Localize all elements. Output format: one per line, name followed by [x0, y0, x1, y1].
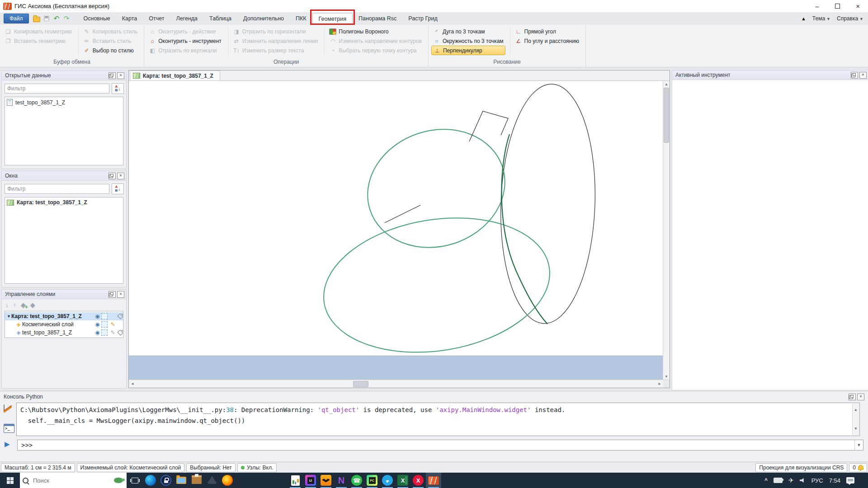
close-button[interactable]: × — [848, 0, 868, 12]
map-canvas[interactable] — [129, 81, 663, 356]
collapse-ribbon-icon[interactable]: ▲ — [801, 16, 806, 21]
console-run-icon[interactable]: ▶ — [5, 440, 10, 448]
scroll-up-icon[interactable]: ▲ — [855, 404, 857, 415]
layers-icon[interactable]: ◈ — [30, 301, 35, 309]
scale-indicator[interactable]: Масштаб: 1 см = 2 315.4 м — [1, 463, 75, 472]
start-button[interactable] — [0, 473, 20, 488]
selection-indicator[interactable]: Выбранный: Нет — [186, 463, 236, 472]
sort-alphabetical-icon[interactable]: AB↓ — [112, 183, 124, 194]
tab-otchet[interactable]: Отчет — [143, 13, 170, 24]
close-panel-icon[interactable]: × — [117, 173, 124, 179]
selectable-checkbox[interactable] — [101, 321, 108, 328]
sort-alphabetical-icon[interactable]: AB↓ — [112, 83, 124, 94]
notification-center-icon[interactable] — [846, 477, 854, 483]
close-panel-icon[interactable]: × — [857, 394, 864, 400]
ribbon-item-angle-distance[interactable]: ∠ По углу и расстоянию — [513, 36, 581, 46]
open-folder-icon[interactable] — [33, 15, 41, 23]
close-panel-icon[interactable]: × — [117, 72, 124, 79]
layer-row-cosmetic[interactable]: ◈ Косметический слой ◉ ✎ — [5, 320, 123, 328]
scroll-left-icon[interactable]: ◄ — [129, 380, 136, 388]
taskbar-app-telegram[interactable]: ▸ — [380, 473, 395, 488]
airplane-mode-icon[interactable]: ✈ — [788, 477, 794, 484]
ribbon-item-circle-3-points[interactable]: ○ Окружность по 3 точкам — [431, 36, 505, 46]
clear-log-icon[interactable] — [4, 404, 5, 412]
layer-tree-root-row[interactable]: ▼ Карта: test_topo_3857_1_Z ◉ — [5, 312, 123, 320]
tab-panorama-rsc[interactable]: Панорама Rsc — [353, 13, 402, 24]
scroll-down-icon[interactable]: ▼ — [855, 423, 857, 434]
tab-tablica[interactable]: Таблица — [203, 13, 237, 24]
console-scrollbar[interactable]: ▲ ▼ — [852, 404, 859, 435]
taskbar-app-bat[interactable] — [318, 473, 334, 488]
tab-legenda[interactable]: Легенда — [170, 13, 204, 24]
help-menu[interactable]: Справка▼ — [837, 15, 863, 22]
taskbar-app-redx[interactable]: X — [410, 473, 426, 488]
volume-icon[interactable] — [800, 478, 806, 483]
taskbar-search-box[interactable] — [20, 473, 127, 488]
vertical-scrollbar[interactable]: ▲ ▼ — [663, 81, 670, 380]
taskbar-app-excel[interactable]: X — [395, 473, 410, 488]
layer-row-topo[interactable]: ◈ test_topo_3857_1_Z ◉ ✎ — [5, 328, 123, 337]
ribbon-item-outline-tool[interactable]: ⌂ Оконтурить - инструмент — [147, 36, 223, 46]
file-menu-button[interactable]: Файл — [4, 14, 29, 23]
scroll-down-icon[interactable]: ▼ — [663, 373, 670, 380]
minimize-button[interactable]: – — [807, 0, 827, 12]
float-panel-icon[interactable] — [851, 72, 858, 79]
taskbar-app-axioma[interactable] — [426, 473, 441, 488]
visibility-eye-icon[interactable]: ◉ — [94, 321, 101, 328]
tab-geometriya[interactable]: Геометрия — [312, 13, 353, 24]
undo-icon[interactable]: ↶ — [53, 15, 61, 23]
close-panel-icon[interactable]: × — [117, 291, 124, 298]
scrollbar-thumb[interactable] — [664, 88, 669, 143]
taskbar-app-intellij[interactable]: IJ — [303, 473, 318, 488]
tab-karta[interactable]: Карта — [116, 13, 143, 24]
scroll-up-icon[interactable]: ▲ — [663, 81, 670, 87]
battery-icon[interactable] — [774, 478, 783, 483]
taskbar-app-authenticator[interactable] — [158, 473, 174, 488]
tab-pkk[interactable]: ПКК — [290, 13, 312, 24]
taskbar-app-chart-doc[interactable] — [288, 473, 303, 488]
console-output[interactable]: C:\Rubtsov\Python\AxiomaPlugins\LoggerMw… — [16, 403, 860, 436]
theme-menu[interactable]: Тема▼ — [812, 15, 830, 22]
save-icon[interactable] — [43, 15, 51, 23]
float-panel-icon[interactable] — [849, 394, 856, 400]
ribbon-item-perpendicular[interactable]: ⊥ Перпендикуляр — [431, 46, 505, 55]
tab-osnovnye[interactable]: Основные — [78, 13, 116, 24]
float-panel-icon[interactable] — [108, 291, 116, 298]
float-panel-icon[interactable] — [108, 173, 116, 179]
console-input[interactable] — [33, 440, 854, 450]
nodes-indicator[interactable]: Узлы: Вкл. — [237, 463, 277, 472]
tab-rastr-grid[interactable]: Растр Грид — [402, 13, 443, 24]
selectable-checkbox[interactable] — [101, 313, 108, 319]
list-item[interactable]: Карта: test_topo_3857_1_Z — [5, 197, 123, 207]
visibility-eye-icon[interactable]: ◉ — [94, 313, 101, 319]
tag-icon[interactable] — [117, 314, 123, 319]
tray-chevron-up-icon[interactable]: ^ — [764, 477, 768, 483]
tab-dopolnitelno[interactable]: Дополнительно — [237, 13, 290, 24]
editable-layer-indicator[interactable]: Изменяемый слой: Косметический слой — [77, 463, 185, 472]
scrollbar-thumb[interactable] — [353, 381, 368, 387]
float-panel-icon[interactable] — [108, 72, 116, 79]
taskbar-app-pycharm[interactable]: PC — [364, 473, 380, 488]
taskbar-app-explorer[interactable] — [174, 473, 189, 488]
taskbar-app-edge[interactable] — [143, 473, 158, 488]
redo-icon[interactable]: ↷ — [63, 15, 71, 23]
notification-counter[interactable]: 0 — [849, 463, 867, 472]
ribbon-item-select-by-style[interactable]: ✐ Выбор по стилю — [81, 46, 139, 55]
search-input[interactable] — [32, 477, 110, 484]
projection-button[interactable]: Проекция для визуализации CRS — [755, 463, 847, 472]
ribbon-item-voronoi-polygons[interactable]: Полигоны Вороного — [327, 27, 424, 36]
horizontal-scrollbar[interactable]: ◄ ► — [129, 380, 670, 388]
clock[interactable]: 7:54 — [829, 477, 840, 484]
move-layer-up-icon[interactable]: ↑ — [13, 301, 16, 309]
windows-filter-input[interactable] — [5, 184, 109, 194]
ribbon-item-arc-3-points[interactable]: ◜ Дуга по 3 точкам — [431, 27, 505, 36]
maximize-button[interactable] — [827, 0, 848, 12]
collapse-expander-icon[interactable]: ▼ — [7, 314, 11, 319]
taskbar-app-whatsapp[interactable]: ☎ — [349, 473, 364, 488]
ribbon-item-right-angle[interactable]: ∟ Прямой угол — [513, 27, 581, 36]
language-indicator[interactable]: РУС — [811, 477, 823, 484]
selectable-checkbox[interactable] — [101, 329, 108, 336]
taskbar-app-firefox[interactable] — [220, 473, 235, 488]
scroll-right-icon[interactable]: ► — [656, 380, 663, 388]
taskbar-app-ship[interactable] — [204, 473, 220, 488]
